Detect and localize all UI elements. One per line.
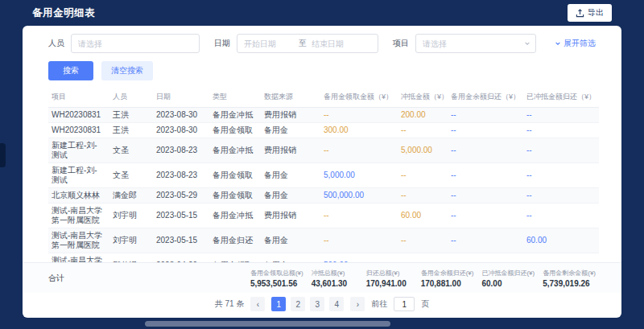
table-header-row: 项目人员日期类型数据来源备用金领取金额（¥）冲抵金额（¥）备用金余额归还（¥）已… bbox=[48, 87, 599, 108]
summary-total-value: 170,881.00 bbox=[421, 279, 474, 288]
table-cell: 备用金 bbox=[261, 253, 320, 263]
table-cell: 新建工程-刘-测试 bbox=[48, 163, 109, 188]
pagination: 共 71 条 ‹ 1234 › 前往 页 bbox=[23, 293, 621, 318]
table-cell: 5,000.00 bbox=[398, 138, 448, 163]
topbar: 备用金明细表 导出 bbox=[0, 0, 644, 26]
page-button[interactable]: 3 bbox=[310, 297, 324, 311]
table-cell: 备用金 bbox=[261, 188, 320, 204]
table-row[interactable]: 测试-南昌大学第一附属医院刘宇明2023-05-15备用金归还备用金------… bbox=[48, 228, 599, 253]
prev-page-button[interactable]: ‹ bbox=[250, 297, 265, 311]
person-filter: 人员 bbox=[48, 34, 200, 53]
table-cell: -- bbox=[448, 123, 523, 138]
table-cell: -- bbox=[320, 204, 398, 228]
table-cell: -- bbox=[523, 108, 599, 123]
table-cell: 2023-05-15 bbox=[153, 204, 209, 228]
summary-total: 备用金余额归还(¥)170,881.00 bbox=[421, 269, 474, 288]
table-cell: 2023-08-23 bbox=[153, 138, 209, 163]
table-cell: 北京顺义林林 bbox=[48, 188, 109, 204]
table-cell: WH20230831 bbox=[48, 123, 109, 138]
summary-total-title: 备用金剩余金额(¥) bbox=[543, 269, 596, 278]
table-cell: -- bbox=[320, 138, 398, 163]
expand-filter-label: 展开筛选 bbox=[564, 38, 596, 49]
table-cell: 2023-04-20 bbox=[153, 253, 209, 263]
page-button[interactable]: 2 bbox=[291, 297, 305, 311]
goto-label: 前往 bbox=[371, 298, 387, 310]
table-row[interactable]: WH20230831王洪2023-08-30备用金冲抵费用报销--200.00-… bbox=[48, 108, 599, 123]
table-cell: 2023-05-15 bbox=[153, 228, 209, 253]
project-select-input[interactable] bbox=[415, 34, 536, 53]
column-header: 类型 bbox=[209, 87, 261, 108]
search-button[interactable]: 搜索 bbox=[48, 61, 93, 80]
content-card: 人员 日期 至 项目 展开筛选 bbox=[23, 26, 621, 318]
column-header: 人员 bbox=[109, 87, 153, 108]
table-cell: 费用报销 bbox=[261, 204, 320, 228]
table-row[interactable]: WH20230831王洪2023-08-30备用金领取备用金300.00----… bbox=[48, 123, 599, 138]
column-header: 备用金领取金额（¥） bbox=[320, 87, 398, 108]
next-page-button[interactable]: › bbox=[350, 297, 365, 311]
table-cell: 2023-08-30 bbox=[153, 123, 209, 138]
summary-total-value: 60.00 bbox=[481, 279, 535, 288]
sidebar-collapse-handle[interactable] bbox=[0, 143, 6, 167]
table-row[interactable]: 新建工程-刘-测试文圣2023-08-23备用金领取备用金5,000.00---… bbox=[48, 163, 599, 188]
summary-totals: 备用金领取总额(¥)5,953,501.56冲抵总额(¥)43,601.30归还… bbox=[250, 269, 596, 288]
table-container: 项目人员日期类型数据来源备用金领取金额（¥）冲抵金额（¥）备用金余额归还（¥）已… bbox=[23, 87, 621, 262]
table-row[interactable]: 测试-南昌大学第一附属医院刘宇明2023-05-15备用金冲抵费用报销--60.… bbox=[48, 204, 599, 228]
table-cell: 500.00 bbox=[320, 253, 398, 263]
table-cell: -- bbox=[398, 228, 448, 253]
page-title: 备用金明细表 bbox=[32, 6, 95, 20]
summary-total-title: 备用金余额归还(¥) bbox=[421, 269, 474, 278]
table-row[interactable]: 北京顺义林林满金郎2023-05-29备用金领取备用金500,000.00---… bbox=[48, 188, 599, 204]
expand-filter-link[interactable]: 展开筛选 bbox=[555, 38, 596, 49]
date-range-picker[interactable]: 至 bbox=[237, 34, 378, 53]
table-cell: 备用金冲抵 bbox=[209, 138, 261, 163]
page-button[interactable]: 4 bbox=[329, 297, 344, 311]
date-start-input[interactable] bbox=[244, 39, 294, 48]
table-cell: -- bbox=[523, 163, 599, 188]
table-cell: 王洪 bbox=[109, 123, 153, 138]
table-cell: 备用金冲抵 bbox=[209, 108, 261, 123]
table-cell: 刘宇明 bbox=[109, 228, 153, 253]
table-cell: 新建工程-刘-测试 bbox=[48, 138, 109, 163]
export-icon bbox=[576, 9, 584, 18]
table-cell: 备用金领取 bbox=[209, 123, 261, 138]
summary-total: 已冲抵金额归还(¥)60.00 bbox=[481, 269, 535, 288]
pager-pages: 1234 bbox=[271, 297, 344, 311]
table-cell: 文圣 bbox=[109, 138, 153, 163]
table-cell: 备用金冲抵 bbox=[209, 204, 261, 228]
table-cell: 60.00 bbox=[398, 204, 448, 228]
export-button[interactable]: 导出 bbox=[568, 4, 612, 22]
table-row[interactable]: 测试-南昌大学第一附属医院邵梦泽2023-04-20备用金领取备用金500.00… bbox=[48, 253, 599, 263]
summary-total: 归还总额(¥)170,941.00 bbox=[366, 269, 413, 288]
table-cell: -- bbox=[523, 253, 599, 263]
project-select[interactable] bbox=[415, 34, 536, 53]
summary-total-value: 170,941.00 bbox=[366, 279, 413, 288]
table-cell: -- bbox=[523, 188, 599, 204]
table-cell: 300.00 bbox=[320, 123, 398, 138]
column-header: 项目 bbox=[48, 87, 109, 108]
summary-total: 冲抵总额(¥)43,601.30 bbox=[312, 269, 358, 288]
person-filter-input[interactable] bbox=[71, 34, 200, 53]
export-button-label: 导出 bbox=[588, 7, 604, 19]
clear-search-button[interactable]: 清空搜索 bbox=[101, 61, 153, 80]
table-cell: 2023-05-29 bbox=[153, 188, 209, 204]
table-cell: 备用金归还 bbox=[209, 228, 261, 253]
table-cell: 刘宇明 bbox=[109, 204, 153, 228]
date-end-input[interactable] bbox=[312, 39, 361, 48]
date-separator: 至 bbox=[299, 38, 307, 49]
table-row[interactable]: 新建工程-刘-测试文圣2023-08-23备用金冲抵费用报销--5,000.00… bbox=[48, 138, 599, 163]
page-button[interactable]: 1 bbox=[271, 297, 286, 311]
table-cell: 500,000.00 bbox=[320, 188, 398, 204]
table-body: WH20230831王洪2023-08-30备用金冲抵费用报销--200.00-… bbox=[48, 108, 599, 263]
table-cell: 备用金 bbox=[261, 163, 320, 188]
table-cell: -- bbox=[320, 228, 398, 253]
table-cell: 备用金领取 bbox=[209, 188, 261, 204]
table-cell: 邵梦泽 bbox=[109, 253, 153, 263]
goto-page-input[interactable] bbox=[394, 297, 415, 311]
table-cell: -- bbox=[398, 163, 448, 188]
summary-total-title: 冲抵总额(¥) bbox=[312, 269, 358, 278]
project-filter: 项目 bbox=[393, 34, 536, 53]
column-header: 日期 bbox=[153, 87, 209, 108]
summary-total-title: 归还总额(¥) bbox=[366, 269, 413, 278]
table-cell: -- bbox=[523, 204, 599, 228]
horizontal-scrollbar[interactable] bbox=[145, 321, 390, 327]
